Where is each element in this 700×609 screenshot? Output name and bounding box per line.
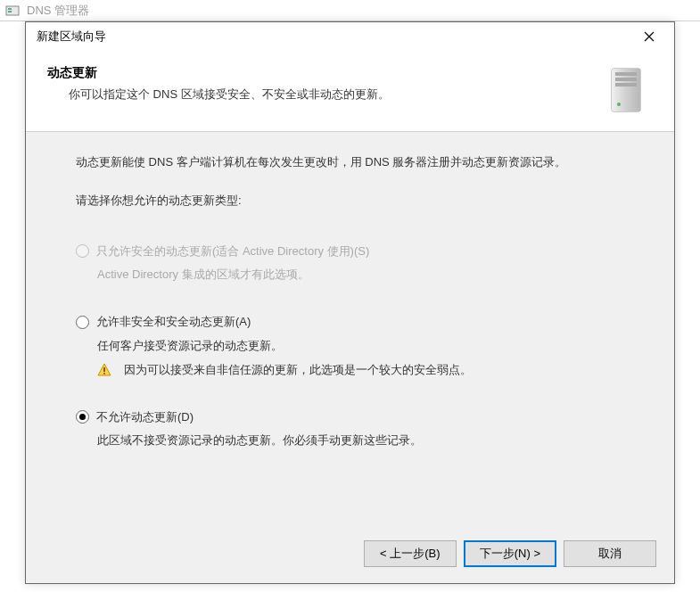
radio-disallow[interactable] [76, 410, 89, 424]
radio-allow-both[interactable] [76, 316, 89, 329]
next-button[interactable]: 下一步(N) > [464, 540, 556, 567]
background-title: DNS 管理器 [27, 3, 89, 19]
radio-secure-only-label: 只允许安全的动态更新(适合 Active Directory 使用)(S) [96, 243, 369, 261]
wizard-dialog: 新建区域向导 动态更新 你可以指定这个 DNS 区域接受安全、不安全或非动态的更… [25, 21, 675, 584]
svg-point-10 [617, 103, 621, 106]
radio-option-secure-only: 只允许安全的动态更新(适合 Active Directory 使用)(S) Ac… [76, 243, 631, 285]
svg-rect-1 [8, 8, 12, 10]
dialog-heading: 动态更新 [47, 65, 596, 81]
radio-option-disallow[interactable]: 不允许动态更新(D) 此区域不接受资源记录的动态更新。你必须手动更新这些记录。 [76, 408, 631, 451]
radio-option-allow-both[interactable]: 允许非安全和安全动态更新(A) 任何客户接受资源记录的动态更新。 因为可以接受来… [76, 313, 631, 379]
dialog-subheading: 你可以指定这个 DNS 区域接受安全、不安全或非动态的更新。 [69, 86, 596, 103]
dialog-header: 动态更新 你可以指定这个 DNS 区域接受安全、不安全或非动态的更新。 [26, 51, 674, 132]
dialog-header-text: 动态更新 你可以指定这个 DNS 区域接受安全、不安全或非动态的更新。 [47, 65, 596, 103]
dialog-titlebar: 新建区域向导 [26, 22, 674, 51]
svg-rect-8 [615, 78, 637, 81]
dialog-body: 动态更新能使 DNS 客户端计算机在每次发生更改时，用 DNS 服务器注册并动态… [26, 132, 674, 526]
server-icon [606, 65, 649, 115]
svg-rect-11 [103, 367, 105, 372]
back-button[interactable]: < 上一步(B) [364, 540, 457, 567]
radio-disallow-description: 此区域不接受资源记录的动态更新。你必须手动更新这些记录。 [97, 432, 631, 450]
warning-row: 因为可以接受来自非信任源的更新，此选项是一个较大的安全弱点。 [97, 361, 631, 380]
svg-rect-2 [8, 11, 12, 12]
dialog-footer: < 上一步(B) 下一步(N) > 取消 [26, 526, 674, 583]
warning-icon [97, 363, 111, 377]
radio-secure-only [76, 244, 89, 258]
dialog-title: 新建区域向导 [37, 29, 631, 45]
background-titlebar: DNS 管理器 [0, 0, 700, 21]
svg-rect-9 [615, 83, 637, 86]
warning-text: 因为可以接受来自非信任源的更新，此选项是一个较大的安全弱点。 [124, 361, 472, 380]
choose-label: 请选择你想允许的动态更新类型: [76, 192, 631, 210]
svg-rect-12 [103, 373, 105, 374]
intro-text: 动态更新能使 DNS 客户端计算机在每次发生更改时，用 DNS 服务器注册并动态… [76, 153, 631, 172]
radio-allow-both-description: 任何客户接受资源记录的动态更新。 [97, 337, 631, 356]
cancel-button[interactable]: 取消 [564, 540, 656, 567]
radio-secure-only-description: Active Directory 集成的区域才有此选项。 [97, 266, 631, 284]
close-button[interactable] [631, 24, 667, 49]
dns-app-icon [5, 4, 20, 18]
svg-rect-7 [615, 72, 637, 76]
radio-disallow-label: 不允许动态更新(D) [96, 408, 194, 427]
close-icon [644, 31, 655, 42]
radio-allow-both-label: 允许非安全和安全动态更新(A) [96, 313, 251, 332]
